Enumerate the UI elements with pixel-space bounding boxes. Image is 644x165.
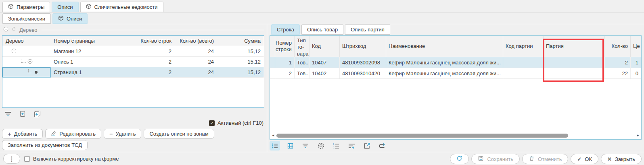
active-checkbox[interactable]: ✓ Активный (ctrl F10) xyxy=(209,120,263,126)
expand-all-icon[interactable] xyxy=(33,110,41,118)
tree-expander-cell[interactable] xyxy=(2,46,50,56)
fill-from-tsd-button[interactable]: Заполнить из документов ТСД xyxy=(2,140,88,150)
cell-total-count: 24 xyxy=(175,57,217,67)
open-external-icon[interactable] xyxy=(362,141,372,151)
cell-code: 10407 xyxy=(309,57,340,68)
col-kolvo-strok[interactable]: Кол-во строк xyxy=(131,36,175,46)
tab-parametry[interactable]: Параметры xyxy=(2,2,50,12)
col-naimenovanie[interactable]: Наименование xyxy=(386,36,503,57)
col-partiya[interactable]: Партия xyxy=(544,36,605,57)
edit-button[interactable]: Редактировать xyxy=(45,129,101,139)
tab-slichitelnye-vedomosti[interactable]: Сличительные ведомости xyxy=(80,2,163,12)
detail-tabbar: Строка Опись-товар Опись-партия xyxy=(271,24,390,35)
cell-batch xyxy=(544,57,605,68)
cell-sum: 15,12 xyxy=(217,46,264,56)
table-row-selected[interactable]: Страница 1 2 24 15,12 xyxy=(2,67,264,78)
scroll-right-icon[interactable]: ► xyxy=(636,133,640,138)
tab-opisi-sub[interactable]: Описи xyxy=(52,13,88,24)
save-button[interactable]: Сохранить xyxy=(471,154,520,164)
col-kolvo[interactable]: Кол-во xyxy=(605,36,631,57)
tab-opisi[interactable]: Описи xyxy=(52,2,78,12)
checkbox-unchecked-icon[interactable] xyxy=(24,156,30,162)
cell-name: Кефир Малочны гасцінец массовая доля жи.… xyxy=(386,57,503,68)
adjust-checkbox[interactable]: Включить корректировку на форме xyxy=(24,156,119,162)
tree-toolbar xyxy=(4,110,41,118)
list-view-icon[interactable] xyxy=(270,141,280,151)
table-row[interactable]: Опись 1 2 24 15,12 xyxy=(2,57,264,67)
close-button-label: Закрыть xyxy=(615,156,635,162)
tab-label: Параметры xyxy=(17,4,44,10)
create-by-zones-label: Создать описи по зонам xyxy=(149,131,208,137)
fill-from-tsd-label: Заполнить из документов ТСД xyxy=(8,142,82,148)
add-button-label: Добавить xyxy=(14,131,37,137)
col-shtrihkod[interactable]: Штрихкод xyxy=(340,36,386,57)
refresh-button[interactable] xyxy=(450,154,469,164)
ok-button[interactable]: ✓ ОК xyxy=(571,154,598,164)
cell-barcode: 4810093002098 xyxy=(340,57,386,68)
tab-opis-partiya[interactable]: Опись-партия xyxy=(345,24,390,35)
col-kolvo-vsego[interactable]: Кол-во (всего) xyxy=(175,36,217,46)
table-row[interactable]: Магазин 12 2 24 15,12 xyxy=(2,46,264,57)
table-row-selected[interactable]: 1 Тов... 10407 4810093002098 Кефир Малоч… xyxy=(270,57,641,68)
tree-leaf-cell[interactable] xyxy=(2,67,50,77)
cell-name: Страница 1 xyxy=(50,67,131,77)
col-derevo[interactable]: Дерево xyxy=(2,36,50,46)
group-title: Дерево xyxy=(19,27,37,33)
scroll-left-icon[interactable]: ◄ xyxy=(271,133,276,138)
tab-zony-komissii[interactable]: Зоны/комиссии xyxy=(2,13,51,24)
table-row[interactable]: 2 Тов... 10402 4810093010420 Кефир Малоч… xyxy=(270,68,641,79)
more-menu-button[interactable]: ⋮ xyxy=(3,154,20,164)
bell-icon[interactable] xyxy=(11,27,17,33)
expand-node-icon[interactable] xyxy=(19,110,27,118)
horizontal-scrollbar[interactable]: ◄ ► xyxy=(271,133,640,138)
cancel-button[interactable]: Отменить xyxy=(522,154,568,164)
group-rule xyxy=(42,30,264,30)
main-tabbar: Параметры Описи Сличительные ведомости xyxy=(2,2,163,12)
gear-icon[interactable] xyxy=(316,141,326,151)
col-tip-tovara[interactable]: Тип то-вара xyxy=(295,36,309,57)
cell-rows-count: 2 xyxy=(131,46,175,56)
scrollbar-thumb[interactable] xyxy=(276,134,568,138)
ok-button-label: ОК xyxy=(585,156,592,162)
col-kod-partii[interactable]: Код партии xyxy=(503,36,544,57)
scrollbar-track[interactable] xyxy=(276,134,636,138)
col-summa[interactable]: Сумма xyxy=(217,36,264,46)
checkbox-checked-icon[interactable]: ✓ xyxy=(209,120,215,126)
tab-stroka[interactable]: Строка xyxy=(271,24,300,35)
collapse-node-icon[interactable] xyxy=(11,48,17,55)
detail-table: Номер строки Тип то-вара Код Штрихкод На… xyxy=(270,35,642,140)
sub-tabbar: Зоны/комиссии Описи xyxy=(2,13,88,24)
pencil-icon xyxy=(51,130,56,137)
loop-refresh-icon[interactable] xyxy=(377,141,387,151)
delete-button[interactable]: − Удалить xyxy=(104,129,141,139)
filter-icon[interactable] xyxy=(4,110,12,118)
collapse-group-icon[interactable] xyxy=(3,27,8,33)
filter-icon[interactable] xyxy=(300,141,311,151)
close-button[interactable]: ✕ Закрыть xyxy=(601,154,642,164)
col-nomer-stranicy[interactable]: Номер страницы xyxy=(50,36,131,46)
tabbar-divider xyxy=(0,12,644,12)
add-row-icon[interactable] xyxy=(346,141,357,151)
create-by-zones-button[interactable]: Создать описи по зонам xyxy=(144,129,214,139)
tree-expander-cell[interactable] xyxy=(2,57,50,67)
numbered-list-icon[interactable]: 123 xyxy=(331,141,341,151)
close-icon: ✕ xyxy=(607,156,612,162)
collapse-node-icon[interactable] xyxy=(27,59,33,65)
col-nomer-stroki[interactable]: Номер строки xyxy=(273,36,295,57)
cell-total-count: 24 xyxy=(175,46,217,56)
grid-view-icon[interactable] xyxy=(285,141,295,151)
cell-rows-count: 2 xyxy=(131,67,175,77)
cell-num: 2 xyxy=(273,68,295,78)
left-buttons-row1: + Добавить Редактировать − Удалить Созда… xyxy=(2,129,214,139)
tab-opis-tovar[interactable]: Опись-товар xyxy=(301,24,343,35)
refresh-icon xyxy=(456,155,462,163)
tab-label: Опись-товар xyxy=(307,27,338,33)
col-kod[interactable]: Код xyxy=(309,36,340,57)
col-cena[interactable]: Це xyxy=(631,36,641,57)
active-checkbox-label: Активный (ctrl F10) xyxy=(217,120,263,126)
edit-button-label: Редактировать xyxy=(59,131,96,137)
tab-label: Сличительные ведомости xyxy=(94,4,158,10)
add-button[interactable]: + Добавить xyxy=(2,129,43,139)
cell-sum: 15,12 xyxy=(217,57,264,67)
trash-icon xyxy=(529,155,535,163)
